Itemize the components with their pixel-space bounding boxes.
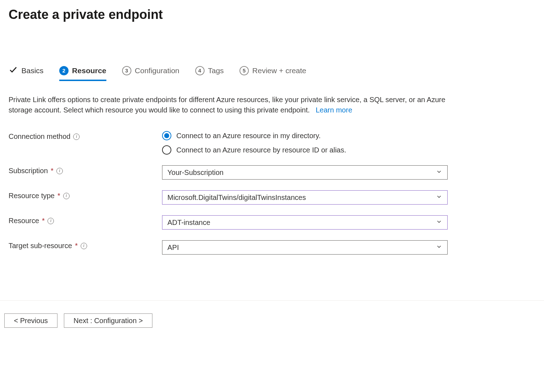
tab-resource[interactable]: 2 Resource	[59, 66, 106, 81]
target-sub-resource-label: Target sub-resource	[9, 242, 72, 250]
check-icon	[9, 65, 18, 76]
subscription-dropdown[interactable]: Your-Subscription	[162, 165, 448, 180]
radio-icon	[162, 145, 171, 155]
resource-type-dropdown[interactable]: Microsoft.DigitalTwins/digitalTwinsInsta…	[162, 190, 448, 205]
radio-icon	[162, 131, 171, 140]
radio-label: Connect to an Azure resource in my direc…	[176, 132, 321, 140]
required-indicator: *	[51, 167, 54, 175]
info-icon[interactable]: i	[56, 168, 63, 174]
info-icon[interactable]: i	[47, 218, 54, 224]
tab-basics[interactable]: Basics	[9, 65, 44, 82]
info-icon[interactable]: i	[63, 193, 70, 199]
dropdown-value: API	[167, 243, 179, 252]
chevron-down-icon	[436, 194, 442, 202]
radio-label: Connect to an Azure resource by resource…	[176, 146, 346, 154]
tab-review-create[interactable]: 5 Review + create	[240, 66, 306, 81]
previous-button[interactable]: < Previous	[4, 313, 57, 328]
tab-tags[interactable]: 4 Tags	[195, 66, 224, 81]
tab-label: Resource	[72, 66, 106, 75]
target-sub-resource-dropdown[interactable]: API	[162, 240, 448, 255]
chevron-down-icon	[436, 169, 442, 177]
dropdown-value: ADT-instance	[167, 218, 210, 227]
required-indicator: *	[42, 217, 45, 225]
subscription-label: Subscription	[9, 167, 48, 175]
learn-more-link[interactable]: Learn more	[316, 106, 352, 114]
wizard-footer: < Previous Next : Configuration >	[0, 300, 544, 328]
tab-label: Configuration	[135, 66, 180, 75]
connection-method-radio-group: Connect to an Azure resource in my direc…	[162, 131, 448, 155]
radio-connect-by-id[interactable]: Connect to an Azure resource by resource…	[162, 145, 448, 155]
step-number-icon: 5	[240, 66, 249, 75]
info-icon[interactable]: i	[81, 243, 87, 249]
resource-label: Resource	[9, 217, 39, 225]
required-indicator: *	[75, 242, 78, 250]
resource-type-label: Resource type	[9, 192, 55, 200]
required-indicator: *	[57, 192, 60, 200]
step-number-icon: 4	[195, 66, 205, 75]
page-title: Create a private endpoint	[9, 7, 535, 22]
radio-connect-in-directory[interactable]: Connect to an Azure resource in my direc…	[162, 131, 448, 140]
description-body: Private Link offers options to create pr…	[9, 96, 445, 114]
tab-label: Review + create	[252, 66, 306, 75]
dropdown-value: Your-Subscription	[167, 169, 223, 177]
next-button[interactable]: Next : Configuration >	[64, 313, 152, 328]
chevron-down-icon	[436, 243, 442, 252]
connection-method-label: Connection method	[9, 132, 70, 141]
tab-label: Tags	[208, 66, 224, 75]
chevron-down-icon	[436, 218, 442, 227]
description-text: Private Link offers options to create pr…	[9, 95, 451, 115]
info-icon[interactable]: i	[73, 134, 80, 140]
tab-configuration[interactable]: 3 Configuration	[122, 66, 180, 81]
step-number-icon: 2	[59, 66, 69, 75]
step-number-icon: 3	[122, 66, 131, 75]
dropdown-value: Microsoft.DigitalTwins/digitalTwinsInsta…	[167, 194, 306, 202]
tab-label: Basics	[21, 66, 44, 75]
wizard-tabs: Basics 2 Resource 3 Configuration 4 Tags…	[9, 65, 535, 82]
resource-dropdown[interactable]: ADT-instance	[162, 215, 448, 230]
